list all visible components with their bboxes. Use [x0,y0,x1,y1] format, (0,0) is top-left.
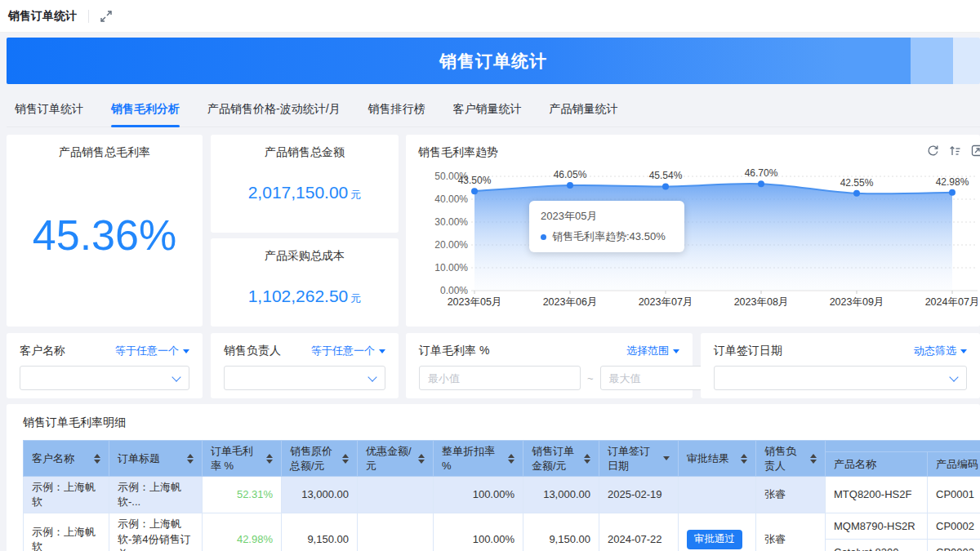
col-header-product_code[interactable]: 产品编码 [928,452,980,477]
chart-tooltip: 2023年05月 销售毛利率趋势:43.50% [529,201,684,252]
col-header-original_total[interactable]: 销售原价总额/元 [282,441,358,477]
svg-text:46.05%: 46.05% [554,169,587,180]
tab-gross-margin-analysis[interactable]: 销售毛利分析 [111,91,180,127]
sort-icon[interactable] [810,454,817,464]
cell-discount_amount [358,513,434,551]
cell-discount_amount [358,477,434,513]
trend-chart-canvas[interactable]: 50.00%40.00%30.00%20.00%10.00%0.00%2023年… [406,135,980,327]
cell-product-code: CP0003 [928,540,980,551]
cell-product-name: MQM8790-HS2R [826,513,928,540]
fullscreen-icon[interactable] [100,11,112,22]
table-title: 销售订单毛利率明细 [23,415,980,430]
tab-sales-ranking[interactable]: 销售排行榜 [368,91,425,127]
sort-icon[interactable] [418,454,425,464]
cell-discount_rate: 100.00% [434,477,523,513]
triangle-down-icon [673,349,679,353]
filter-operator-button[interactable]: 等于任意一个 [311,344,385,358]
sort-icon[interactable] [741,454,747,464]
col-header-approval[interactable]: 审批结果 [679,441,756,477]
table-row[interactable]: 示例：上海帆软示例：上海帆软-...52.31%13,000.00100.00%… [24,477,980,513]
cell-sales_person: 张睿 [756,477,826,513]
sort-icon[interactable] [266,454,273,464]
sort-icon[interactable] [584,454,590,464]
cell-discount_rate: 100.00% [434,513,523,551]
sort-icon[interactable] [508,454,514,464]
col-header-discount_amount[interactable]: 优惠金额/元 [358,441,434,477]
chevron-down-icon [368,372,376,381]
tab-product-volume[interactable]: 产品销量统计 [550,91,618,127]
svg-text:2024年07月: 2024年07月 [925,296,980,308]
filter-operator-button[interactable]: 动态筛选 [914,344,967,358]
margin-detail-table: 客户名称订单标题订单毛利率 %销售原价总额/元优惠金额/元整单折扣率 %销售订单… [23,440,980,551]
svg-text:2023年08月: 2023年08月 [734,296,789,308]
sort-desc-icon[interactable] [663,456,670,460]
col-header-customer[interactable]: 客户名称 [24,441,109,477]
table-row[interactable]: 示例：上海帆软示例：上海帆软-第4份销售订单42.98%9,150.00100.… [24,513,980,540]
divider [88,10,89,23]
col-header-sign_date[interactable]: 订单签订日期 [599,441,679,477]
cell-margin: 52.31% [203,477,282,513]
export-icon[interactable] [971,144,980,157]
svg-text:0.00%: 0.00% [440,285,468,296]
product-group-header [826,441,980,452]
svg-text:30.00%: 30.00% [434,216,468,228]
refresh-icon[interactable] [927,144,939,157]
sort-icon[interactable] [949,144,961,157]
filter-card-sign-date: 订单签订日期 动态筛选 [701,333,980,398]
col-header-product_name[interactable]: 产品名称 [826,452,928,477]
kpi-card-purchase-cost: 产品采购总成本 1,102,262.50元 [211,238,399,327]
col-header-discount_rate[interactable]: 整单折扣率 % [434,441,523,477]
kpi-title: 产品销售总金额 [211,135,399,160]
filter-card-sales-person: 销售负责人 等于任意一个 [211,333,399,398]
cell-order_title: 示例：上海帆软-第4份销售订单 [109,513,203,551]
sort-icon[interactable] [94,454,100,464]
filter-label: 订单签订日期 [714,344,782,358]
col-header-margin[interactable]: 订单毛利率 % [203,441,282,477]
cell-order_title: 示例：上海帆软-... [109,477,203,513]
filter-operator-button[interactable]: 选择范围 [626,344,679,358]
chart-title: 销售毛利率趋势 [418,145,498,160]
kpi-value-gross-margin: 45.36% [7,211,203,260]
svg-text:46.70%: 46.70% [745,167,778,179]
col-header-order_title[interactable]: 订单标题 [109,441,203,477]
sales-person-select[interactable] [224,366,385,390]
cell-original_total: 9,150.00 [282,513,358,551]
tab-price-fluctuation[interactable]: 产品销售价格-波动统计/月 [207,91,341,127]
cell-product-code: CP0002 [928,513,980,540]
svg-text:42.55%: 42.55% [840,177,874,189]
filter-operator-button[interactable]: 等于任意一个 [115,344,189,358]
filter-card-customer: 客户名称 等于任意一个 [7,333,203,398]
kpi-card-sales-total: 产品销售总金额 2,017,150.00元 [211,135,399,233]
cell-product-name: Catalyst 8300 [826,540,928,551]
svg-text:2023年05月: 2023年05月 [448,296,502,308]
filter-card-order-margin: 订单毛利率 % 选择范围 ~ [406,333,693,398]
chevron-down-icon [949,372,958,381]
cell-customer: 示例：上海帆软 [24,477,109,513]
cell-original_total: 13,000.00 [282,477,358,513]
col-header-sales_person[interactable]: 销售负责人 [756,441,826,477]
margin-min-input[interactable] [419,366,581,390]
sort-icon[interactable] [187,454,194,464]
svg-text:40.00%: 40.00% [434,193,468,205]
triangle-down-icon [183,349,189,353]
cell-sign_date: 2024-07-22 [599,513,679,551]
svg-text:43.50%: 43.50% [458,175,492,186]
sign-date-select[interactable] [714,366,967,390]
detail-table-card: 销售订单毛利率明细 客户名称订单标题订单毛利率 %销售原价总额/元优惠金额/元整… [7,404,980,551]
chevron-down-icon [172,372,180,381]
trend-chart-card: 50.00%40.00%30.00%20.00%10.00%0.00%2023年… [406,135,980,327]
tab-sales-order-stats[interactable]: 销售订单统计 [15,91,83,127]
cell-approval: 审批通过 [679,513,756,551]
table-header: 客户名称订单标题订单毛利率 %销售原价总额/元优惠金额/元整单折扣率 %销售订单… [24,441,980,477]
dashboard-page: 销售订单统计 销售订单统计 销售订单统计 销售毛利分析 产品销售价格-波动统计/… [0,0,980,551]
triangle-down-icon [379,349,385,353]
col-header-order_amount[interactable]: 销售订单金额/元 [523,441,599,477]
dashboard-title: 销售订单统计 [439,50,547,73]
chart-toolbar [927,144,980,157]
sort-icon[interactable] [342,454,349,464]
kpi-value-sales-total: 2,017,150.00元 [211,183,399,202]
kpi-title: 产品销售总毛利率 [7,135,203,160]
tab-customer-volume[interactable]: 客户销量统计 [453,91,522,127]
cell-margin: 42.98% [203,513,282,551]
customer-select[interactable] [20,366,189,390]
